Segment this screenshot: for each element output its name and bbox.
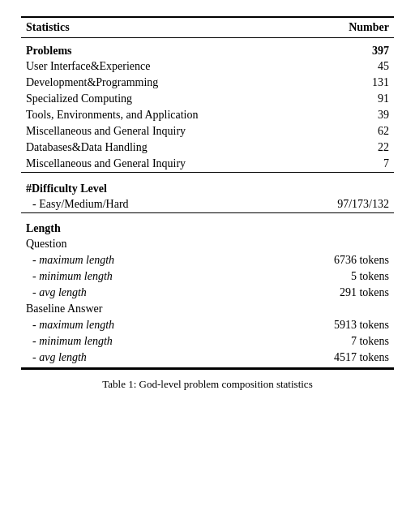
table-cell-value: 5913 tokens xyxy=(296,317,394,333)
table-cell-label: Specialized Computing xyxy=(21,91,296,107)
table-cell-value: 39 xyxy=(296,107,394,123)
table-cell-label: - minimum length xyxy=(21,268,296,285)
table-cell-label: - minimum length xyxy=(21,333,296,350)
table-cell-value xyxy=(296,236,394,252)
table-cell-label: Development&Programming xyxy=(21,75,296,91)
section-label: #Difficulty Level xyxy=(21,176,296,196)
table-cell-label: - avg length xyxy=(21,285,296,301)
table-cell-value xyxy=(296,301,394,317)
header-number: Number xyxy=(296,17,394,38)
section-value: 397 xyxy=(296,38,394,59)
table-cell-label: - maximum length xyxy=(21,252,296,268)
header-statistics: Statistics xyxy=(21,17,296,38)
section-value xyxy=(296,176,394,196)
table-cell-label: Miscellaneous and General Inquiry xyxy=(21,156,296,173)
statistics-table-container: Statistics Number Problems397User Interf… xyxy=(21,16,394,393)
table-cell-value: 4517 tokens xyxy=(296,350,394,368)
table-cell-value: 62 xyxy=(296,123,394,139)
table-cell-value: 7 tokens xyxy=(296,333,394,350)
table-cell-value: 97/173/132 xyxy=(296,196,394,213)
table-cell-label: Baseline Answer xyxy=(21,301,296,317)
table-cell-label: Databases&Data Handling xyxy=(21,139,296,156)
statistics-table: Statistics Number Problems397User Interf… xyxy=(21,16,394,369)
table-cell-label: - maximum length xyxy=(21,317,296,333)
table-cell-label: - avg length xyxy=(21,350,296,368)
table-cell-label: Miscellaneous and General Inquiry xyxy=(21,123,296,139)
table-cell-value: 7 xyxy=(296,156,394,173)
table-cell-label: Question xyxy=(21,236,296,252)
section-label: Length xyxy=(21,216,296,236)
table-cell-value: 5 tokens xyxy=(296,268,394,285)
table-cell-value: 45 xyxy=(296,58,394,75)
table-cell-value: 22 xyxy=(296,139,394,156)
table-cell-value: 291 tokens xyxy=(296,285,394,301)
section-value xyxy=(296,216,394,236)
table-caption: Table 1: God-level problem composition s… xyxy=(21,370,394,393)
caption-table: Table 1: God-level problem composition s… xyxy=(21,369,394,393)
table-cell-label: - Easy/Medium/Hard xyxy=(21,196,296,213)
section-label: Problems xyxy=(21,38,296,59)
table-cell-label: User Interface&Experience xyxy=(21,58,296,75)
table-cell-value: 91 xyxy=(296,91,394,107)
table-cell-value: 131 xyxy=(296,75,394,91)
table-cell-label: Tools, Environments, and Application xyxy=(21,107,296,123)
table-cell-value: 6736 tokens xyxy=(296,252,394,268)
